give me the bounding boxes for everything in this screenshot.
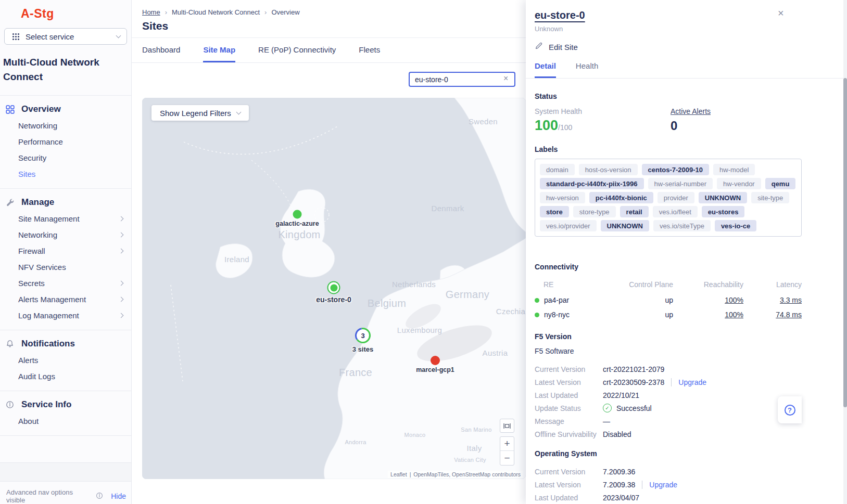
reachability-link[interactable]: 100%: [725, 296, 743, 304]
leaflet-link[interactable]: Leaflet: [390, 471, 407, 477]
hide-nav-link[interactable]: Hide: [111, 492, 126, 500]
active-alerts-value: 0: [671, 119, 835, 133]
zoom-out-button[interactable]: −: [500, 451, 514, 465]
sidebar-item-label: NFV Services: [18, 263, 66, 272]
country-label: Italy: [466, 444, 482, 453]
kv-value: crt-20230509-2378: [603, 378, 664, 386]
reachability-link[interactable]: 100%: [725, 311, 743, 319]
sidebar-item-about[interactable]: About: [0, 413, 131, 429]
latency-link[interactable]: 74.8 ms: [776, 311, 802, 319]
system-health-label: System Health: [535, 107, 671, 115]
column-header: RE: [535, 280, 595, 289]
map-cluster-marker[interactable]: 3: [354, 327, 372, 344]
site-detail-panel: eu-store-0 × Unknown Edit Site Detail He…: [526, 0, 847, 504]
tiles-attribution-link[interactable]: OpenMapTiles, OpenStreetMap contributors: [413, 471, 521, 477]
breadcrumb-service[interactable]: Multi-Cloud Network Connect: [172, 8, 260, 16]
question-mark-icon: ?: [785, 405, 795, 416]
system-health-max: /100: [558, 123, 572, 132]
sidebar-item-security[interactable]: Security: [0, 150, 131, 166]
status-dot: [535, 313, 539, 317]
edit-site-button[interactable]: Edit Site: [535, 42, 835, 52]
sidebar-item-alerts-management[interactable]: Alerts Management: [0, 291, 131, 307]
tab-fleets[interactable]: Fleets: [359, 45, 380, 62]
sidebar-item-audit-logs[interactable]: Audit Logs: [0, 368, 131, 384]
sidebar-item-sites[interactable]: Sites: [0, 166, 131, 182]
kv-label: Message: [535, 417, 603, 425]
operating-system-heading: Operating System: [535, 449, 835, 458]
map-attribution: Leaflet | OpenMapTiles, OpenStreetMap co…: [388, 471, 523, 478]
kv-row-current-version: Current Version 7.2009.36: [535, 465, 835, 478]
country-label: Czechia: [496, 307, 525, 316]
advanced-nav-label: Advanced nav options visible: [6, 488, 92, 504]
fit-bounds-icon: [503, 423, 511, 429]
close-icon[interactable]: ×: [778, 7, 784, 19]
attribution-separator: |: [410, 471, 411, 477]
sidebar-item-alerts[interactable]: Alerts: [0, 352, 131, 368]
sidebar-item-secrets[interactable]: Secrets: [0, 275, 131, 291]
select-service-dropdown[interactable]: Select service: [4, 28, 127, 45]
table-row: ny8-nyc up 100% 74.8 ms: [535, 307, 802, 322]
help-button[interactable]: ?: [778, 396, 802, 423]
column-header: Reachability: [673, 280, 743, 289]
label-tag: hw-model: [713, 164, 755, 175]
fit-bounds-button[interactable]: [500, 419, 514, 433]
clear-search-icon[interactable]: ×: [503, 74, 508, 83]
sidebar-item-firewall[interactable]: Firewall: [0, 243, 131, 259]
map-marker-marcel-gcp1[interactable]: [431, 356, 440, 365]
latency-link[interactable]: 3.3 ms: [780, 296, 802, 304]
kv-label: Offline Survivability: [535, 430, 603, 438]
wrench-icon: [5, 198, 15, 206]
label-tag: site-type: [751, 192, 789, 203]
tab-site-map[interactable]: Site Map: [203, 45, 235, 62]
site-title-link[interactable]: eu-store-0: [535, 9, 585, 21]
nav-header-overview[interactable]: Overview: [0, 104, 131, 114]
sidebar-item-label: Networking: [18, 230, 57, 239]
map-marker-galactic-azure[interactable]: [293, 210, 302, 219]
nav-header-service-info[interactable]: Service Info: [0, 399, 131, 410]
site-search-input[interactable]: [409, 72, 515, 87]
sidebar-item-log-management[interactable]: Log Management: [0, 307, 131, 324]
site-map[interactable]: Show Legend Filters Sweden Denmark Kingd…: [142, 98, 526, 479]
upgrade-link[interactable]: Upgrade: [671, 378, 706, 386]
connectivity-heading: Connectivity: [535, 263, 835, 271]
info-icon: [5, 400, 15, 409]
tab-dashboard[interactable]: Dashboard: [142, 45, 180, 62]
grid-icon: [5, 105, 15, 114]
tab-re-pop-connectivity[interactable]: RE (PoP) Connectivity: [258, 45, 336, 62]
country-label: Luxembourg: [397, 326, 442, 334]
nav-header-notifications[interactable]: Notifications: [0, 339, 131, 349]
kv-label: Current Version: [535, 468, 603, 476]
zoom-in-button[interactable]: +: [500, 437, 514, 451]
edit-site-label: Edit Site: [549, 43, 578, 51]
map-marker-label: eu-store-0: [316, 295, 351, 304]
breadcrumb-overview[interactable]: Overview: [271, 8, 299, 16]
kv-value: 7.2009.38: [603, 481, 635, 489]
sidebar-item-nfv-services[interactable]: NFV Services: [0, 259, 131, 275]
sidebar-item-label: Site Management: [18, 214, 80, 223]
scrollbar-thumb[interactable]: [843, 78, 847, 407]
country-label: San Marino: [461, 427, 491, 433]
kv-value: —: [603, 417, 610, 425]
legend-button-label: Show Legend Filters: [160, 109, 231, 118]
country-label: Andorra: [345, 439, 366, 445]
page-scrollbar[interactable]: [843, 0, 847, 504]
chevron-down-icon: [236, 110, 241, 115]
nav-header-manage[interactable]: Manage: [0, 197, 131, 208]
tab-detail[interactable]: Detail: [535, 61, 556, 78]
tab-health[interactable]: Health: [576, 61, 598, 78]
upgrade-link[interactable]: Upgrade: [642, 481, 677, 489]
active-alerts-link[interactable]: Active Alerts: [671, 107, 835, 115]
map-marker-eu-store-0[interactable]: [327, 281, 340, 294]
sidebar-item-performance[interactable]: Performance: [0, 134, 131, 150]
chevron-right-icon: [119, 313, 124, 318]
labels-box: domain host-os-version centos-7-2009-10 …: [535, 159, 802, 237]
info-icon: [96, 492, 103, 501]
breadcrumb-home[interactable]: Home: [142, 8, 160, 16]
label-tag: centos-7-2009-10: [642, 164, 710, 175]
sidebar-item-site-management[interactable]: Site Management: [0, 211, 131, 227]
sidebar-item-networking-manage[interactable]: Networking: [0, 227, 131, 243]
sidebar-item-networking[interactable]: Networking: [0, 118, 131, 134]
status-dot: [535, 298, 539, 303]
show-legend-filters-button[interactable]: Show Legend Filters: [151, 105, 249, 121]
kv-value: Successful: [616, 404, 652, 412]
